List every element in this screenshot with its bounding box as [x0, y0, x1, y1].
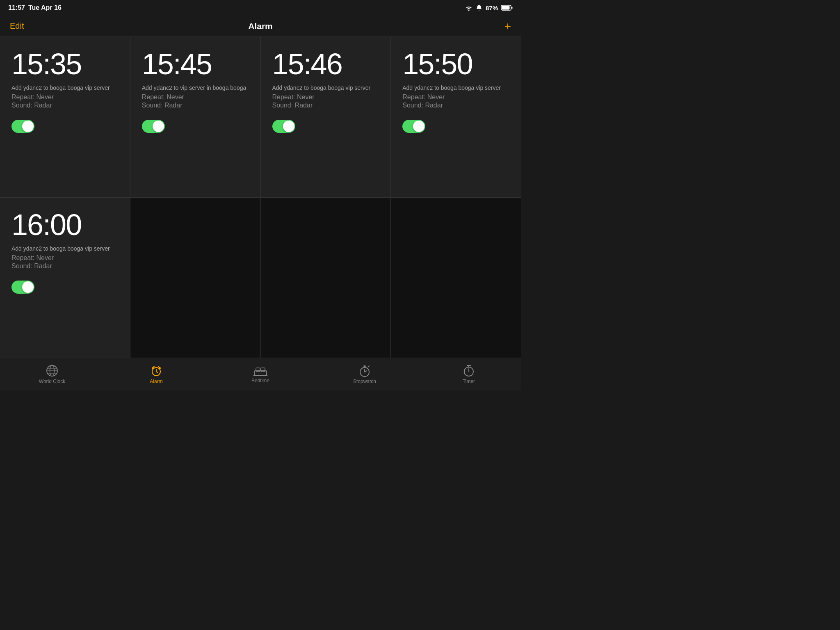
- alarm-label-2: Add ydanc2 to vip server in booga booga: [142, 84, 249, 91]
- alarm-label-3: Add ydanc2 to booga booga vip server: [272, 84, 379, 91]
- tab-timer-label: Timer: [463, 379, 475, 384]
- status-time: 11:57: [8, 4, 25, 11]
- svg-rect-2: [511, 7, 513, 9]
- alarm-label-5: Add ydanc2 to booga booga vip server: [11, 245, 119, 252]
- toggle-knob-4: [413, 121, 425, 132]
- status-bar: 11:57 Tue Apr 16 87%: [0, 0, 521, 16]
- alarm-toggle-3[interactable]: [272, 120, 295, 133]
- alarm-time-3: 15:46: [272, 49, 379, 79]
- svg-point-14: [159, 367, 161, 369]
- alarm-status-icon: [476, 5, 482, 11]
- alarm-grid: 15:35 Add ydanc2 to booga booga vip serv…: [0, 37, 521, 358]
- bedtime-icon: [253, 365, 267, 376]
- alarm-time-5: 16:00: [11, 210, 119, 240]
- alarm-sound-2: Sound: Radar: [142, 102, 249, 109]
- alarm-label-4: Add ydanc2 to booga booga vip server: [402, 84, 509, 91]
- alarm-time-4: 15:50: [402, 49, 509, 79]
- svg-rect-23: [363, 365, 366, 367]
- svg-line-10: [156, 372, 158, 373]
- svg-rect-1: [502, 6, 510, 10]
- tab-world-clock-label: World Clock: [39, 379, 65, 384]
- battery-icon: [501, 5, 513, 11]
- page-title: Alarm: [248, 21, 273, 31]
- alarm-empty-6: [130, 198, 260, 358]
- alarm-empty-7: [261, 198, 391, 358]
- alarm-sound-1: Sound: Radar: [11, 102, 119, 109]
- svg-line-24: [368, 366, 369, 367]
- wifi-icon: [465, 5, 472, 11]
- alarm-card-3[interactable]: 15:46 Add ydanc2 to booga booga vip serv…: [261, 37, 391, 197]
- header: Edit Alarm +: [0, 16, 521, 37]
- tab-alarm-label: Alarm: [150, 379, 162, 384]
- tab-bedtime[interactable]: Bedtime: [208, 365, 313, 383]
- alarm-time-2: 15:45: [142, 49, 249, 79]
- alarm-repeat-1: Repeat: Never: [11, 94, 119, 101]
- toggle-knob-3: [283, 121, 294, 132]
- alarm-sound-3: Sound: Radar: [272, 102, 379, 109]
- alarm-sound-4: Sound: Radar: [402, 102, 509, 109]
- battery-percentage: 87%: [486, 5, 498, 11]
- alarm-time-1: 15:35: [11, 49, 119, 79]
- tab-timer[interactable]: Timer: [417, 365, 521, 384]
- svg-point-13: [152, 367, 154, 369]
- alarm-card-5[interactable]: 16:00 Add ydanc2 to booga booga vip serv…: [0, 198, 130, 358]
- tab-alarm[interactable]: Alarm: [104, 365, 208, 384]
- timer-icon: [463, 365, 475, 377]
- alarm-tab-icon: [150, 365, 162, 377]
- alarm-card-4[interactable]: 15:50 Add ydanc2 to booga booga vip serv…: [391, 37, 521, 197]
- alarm-toggle-4[interactable]: [402, 120, 425, 133]
- edit-button[interactable]: Edit: [10, 21, 24, 31]
- alarm-empty-8: [391, 198, 521, 358]
- alarm-toggle-2[interactable]: [142, 120, 165, 133]
- alarm-toggle-5[interactable]: [11, 281, 34, 294]
- tab-stopwatch[interactable]: Stopwatch: [313, 365, 417, 384]
- stopwatch-icon: [359, 365, 370, 377]
- alarm-sound-5: Sound: Radar: [11, 262, 119, 270]
- tab-world-clock[interactable]: World Clock: [0, 365, 104, 384]
- world-clock-icon: [46, 365, 58, 377]
- tab-bedtime-label: Bedtime: [251, 378, 269, 383]
- tab-bar: World Clock Alarm Bedtime: [0, 358, 521, 390]
- add-alarm-button[interactable]: +: [504, 21, 511, 32]
- toggle-knob-5: [22, 281, 34, 293]
- alarm-repeat-5: Repeat: Never: [11, 254, 119, 262]
- alarm-card-1[interactable]: 15:35 Add ydanc2 to booga booga vip serv…: [0, 37, 130, 197]
- toggle-knob-1: [22, 121, 34, 132]
- toggle-knob-2: [153, 121, 164, 132]
- alarm-label-1: Add ydanc2 to booga booga vip server: [11, 84, 119, 91]
- status-right: 87%: [465, 5, 513, 11]
- alarm-repeat-3: Repeat: Never: [272, 94, 379, 101]
- status-left: 11:57 Tue Apr 16: [8, 4, 62, 11]
- alarm-repeat-2: Repeat: Never: [142, 94, 249, 101]
- alarm-toggle-1[interactable]: [11, 120, 34, 133]
- alarm-repeat-4: Repeat: Never: [402, 94, 509, 101]
- alarm-card-2[interactable]: 15:45 Add ydanc2 to vip server in booga …: [130, 37, 260, 197]
- status-date: Tue Apr 16: [28, 4, 62, 11]
- tab-stopwatch-label: Stopwatch: [353, 379, 376, 384]
